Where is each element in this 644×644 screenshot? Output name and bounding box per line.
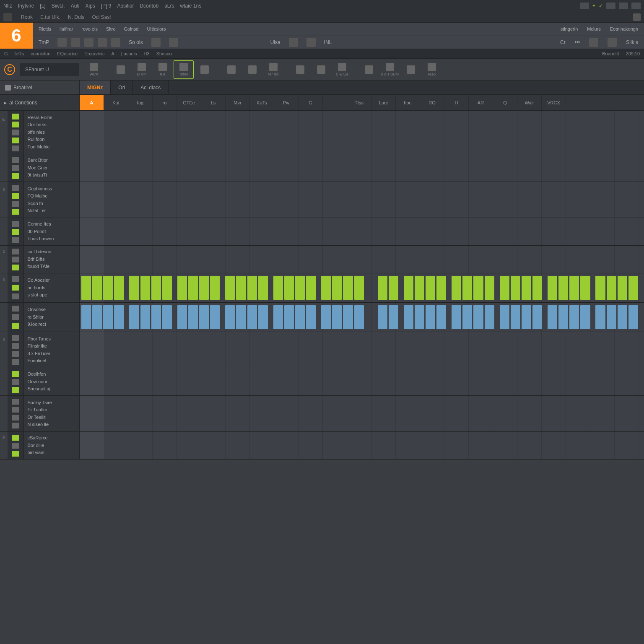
right-label[interactable]: Cr [560,39,566,45]
track-status-icon[interactable] [12,314,19,320]
track-status-icon[interactable] [12,276,19,282]
track-status-icon[interactable] [12,138,19,143]
check-icon[interactable]: ✓ [599,3,603,9]
track-cells[interactable] [80,111,644,154]
file-tab[interactable]: Broatirel [0,80,80,94]
toolbar-label[interactable]: UIticsiors [147,26,166,31]
column-header[interactable]: G [299,95,323,110]
tool-button[interactable] [195,60,215,79]
info-item[interactable]: EQotorice [57,51,78,56]
track-label-col[interactable]: Comne Ites00 PotattTnos Lmwen [24,218,80,245]
tool-button[interactable] [311,60,331,79]
track-label-col[interactable]: Sockiy TsireEr TuntknOr TeellitN slseo l… [24,396,80,431]
track-status-icon[interactable] [12,185,19,191]
info-item[interactable]: Ercraviniс [84,51,104,56]
track-status-icon[interactable] [12,407,19,413]
view-tab[interactable]: Acl dlacs [133,80,169,94]
tool-icon[interactable] [169,38,178,47]
tool-button[interactable] [401,60,421,79]
track-status-icon[interactable] [12,343,19,349]
track-label-col[interactable]: Co Aocsleran hurdss slot ape [24,273,80,302]
track-label-col[interactable]: Pbor TanesFlinsir ilte3 x FriTicerFonoli… [24,332,80,368]
tool-icon[interactable] [57,38,67,47]
tool-icon[interactable] [608,38,617,47]
track-label-col[interactable]: sa LhdesooBrif Biftsfoudd TAfe [24,246,80,273]
track-cells[interactable] [80,154,644,182]
column-header[interactable]: Wair [517,95,542,110]
tool-button[interactable] [111,60,131,79]
channel-icon[interactable]: C [4,64,15,75]
column-header[interactable]: RO [420,95,444,110]
column-header[interactable]: Iog [128,95,153,110]
toolbar-label[interactable]: Sltro [106,26,116,31]
track-label-col[interactable]: Onsotisero Shior9.looirect [24,303,80,332]
info-item[interactable]: A [112,51,114,56]
menu-item[interactable]: [L] [40,3,45,9]
toolbar-label[interactable]: stingerin [561,26,578,31]
tool-button[interactable]: C w Lie [332,60,352,79]
column-header[interactable]: Q [493,95,517,110]
track-status-icon[interactable] [12,423,19,428]
track-cells[interactable] [80,332,644,368]
track-status-icon[interactable] [12,237,19,243]
track-status-icon[interactable] [12,443,19,449]
track-label-col[interactable]: GephinnossFQ MaihcScon fnNotal i er [24,182,80,218]
track-status-icon[interactable] [12,193,19,199]
menu-item[interactable]: aLrs [164,3,174,9]
window-control-icon[interactable] [619,3,628,9]
track-status-icon[interactable] [12,335,19,341]
track-status-icon[interactable] [12,293,19,299]
plus-icon[interactable]: + [592,3,595,9]
column-header[interactable]: VRCX [542,95,566,110]
track-status-icon[interactable] [12,359,19,365]
info-item[interactable]: feRs [15,51,24,56]
track-cells[interactable] [80,432,644,459]
menu-item[interactable]: NIlz [3,3,12,9]
track-cells[interactable] [80,303,644,332]
transport-icon[interactable] [306,38,316,47]
track-status-icon[interactable] [12,387,19,393]
track-status-icon[interactable] [12,323,19,329]
tool-button[interactable] [290,60,310,79]
tool-button[interactable]: ter lell [263,60,283,79]
track-cells[interactable] [80,182,644,218]
toolbar-label[interactable]: Mciurs [587,26,600,31]
submenu-item[interactable]: Ocl Sasl [92,14,111,20]
track-cells[interactable] [80,246,644,273]
track-status-icon[interactable] [12,114,19,119]
track-status-icon[interactable] [12,173,19,179]
tool-button[interactable]: Tsbro [174,60,194,79]
track-status-icon[interactable] [12,249,19,254]
toolbar-label[interactable]: Ricttis [39,26,51,31]
track-label-col[interactable]: Berk BtlorMoc Gner9t twisuTt [24,154,80,182]
menu-item[interactable]: [P] 9 [101,3,112,9]
submenu-item[interactable]: N. Duls [68,14,84,20]
window-control-icon[interactable] [606,3,615,9]
tempo-label[interactable]: TmP [39,39,49,45]
track-status-icon[interactable] [12,451,19,457]
column-header[interactable]: Kat [104,95,128,110]
menu-item[interactable]: Xips [85,3,95,9]
menu-item[interactable]: Auti [71,3,80,9]
view-tab[interactable]: MIGNz [80,80,111,94]
info-item[interactable]: G [4,51,8,56]
track-status-icon[interactable] [12,371,19,377]
right-label[interactable]: ••• [575,39,580,45]
tool-icon[interactable] [111,38,120,47]
transport-icon[interactable] [289,38,298,47]
toolbar-label[interactable]: Eotninakongn [610,26,638,31]
track-status-icon[interactable] [12,165,19,171]
menu-item[interactable]: SiwtJ. [52,3,65,9]
info-item[interactable]: conniolon [31,51,50,56]
settings-icon[interactable] [633,13,641,21]
column-header[interactable]: KuTs [250,95,274,110]
column-header[interactable]: Larc [371,95,396,110]
menu-item[interactable]: Aositior [117,3,134,9]
tool-button[interactable]: WCA [84,60,104,79]
track-status-icon[interactable] [12,435,19,441]
track-status-icon[interactable] [12,257,19,262]
track-status-icon[interactable] [12,201,19,207]
track-label-col[interactable]: Resrs EoihsOor tnrssoffe nlesRulIfoonFor… [24,111,80,154]
track-status-icon[interactable] [12,145,19,151]
track-cells[interactable] [80,273,644,302]
